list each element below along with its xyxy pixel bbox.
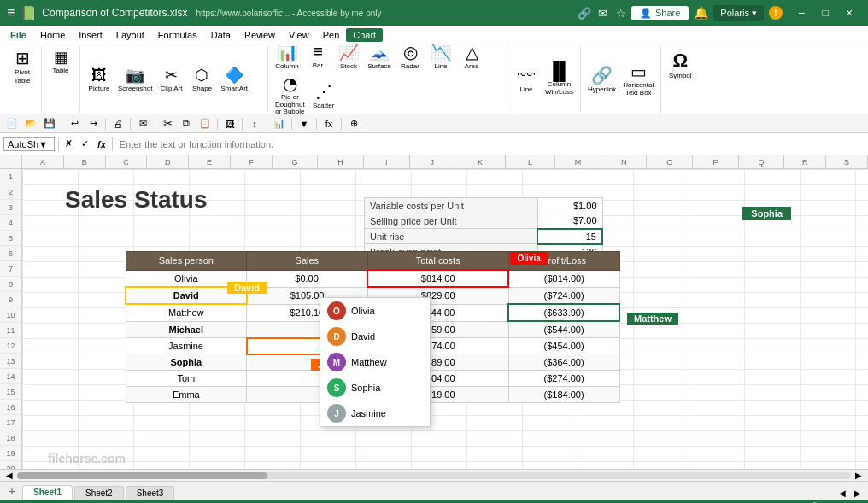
horizontal-scrollbar[interactable]: ◀ ▶ xyxy=(0,469,868,481)
smartart-button[interactable]: 🔷 SmartArt xyxy=(217,64,251,94)
row-4[interactable]: 4 xyxy=(0,215,21,231)
col-header-n[interactable]: N xyxy=(601,155,648,168)
col-header-sales-person[interactable]: Sales person xyxy=(126,252,247,271)
cell-profit-5[interactable]: ($454.00) xyxy=(508,338,619,354)
row-19[interactable]: 19 xyxy=(0,446,21,461)
toolbar-print-button[interactable]: 🖨 xyxy=(109,116,126,132)
menu-pen[interactable]: Pen xyxy=(316,28,347,42)
bar-chart-button[interactable]: ≡ Bar xyxy=(302,44,333,71)
menu-insert[interactable]: Insert xyxy=(72,28,109,42)
toolbar-cut-button[interactable]: ✂ xyxy=(159,116,176,132)
row-9[interactable]: 9 xyxy=(0,292,21,307)
cancel-button[interactable]: ✗ xyxy=(62,137,75,150)
toolbar-email-button[interactable]: ✉ xyxy=(134,116,151,132)
row-14[interactable]: 14 xyxy=(0,369,21,384)
toolbar-redo-button[interactable]: ↪ xyxy=(85,116,102,132)
toolbar-sort-button[interactable]: ↕ xyxy=(246,116,263,132)
tab-sheet2[interactable]: Sheet2 xyxy=(74,486,124,500)
cell-reference-box[interactable]: AutoSh▼ xyxy=(3,137,55,151)
row-20[interactable]: 20 xyxy=(0,461,21,469)
surface-chart-button[interactable]: 🗻 Surface xyxy=(364,44,395,72)
sparkline-column-button[interactable]: ▐▌ ColumnWin/Loss xyxy=(542,60,577,98)
col-header-g[interactable]: G xyxy=(273,155,319,168)
clipart-button[interactable]: ✂ Clip Art xyxy=(155,64,186,94)
close-button[interactable]: × xyxy=(837,3,861,23)
row-5[interactable]: 5 xyxy=(0,231,21,246)
col-header-q[interactable]: Q xyxy=(739,155,785,168)
cell-name-7[interactable]: Tom xyxy=(126,371,247,387)
col-header-i[interactable]: I xyxy=(364,155,410,168)
toolbar-save-button[interactable]: 💾 xyxy=(41,116,58,132)
fx-button[interactable]: fx xyxy=(95,138,108,150)
row-17[interactable]: 17 xyxy=(0,415,21,430)
col-header-b[interactable]: B xyxy=(64,155,106,168)
col-header-total-costs[interactable]: Total costs Olivia xyxy=(367,252,508,271)
tab-scroll-left[interactable]: ◀ xyxy=(836,487,849,500)
cell-name-8[interactable]: Emma xyxy=(126,387,247,403)
info-value-3[interactable]: 15 xyxy=(537,229,602,244)
toolbar-chart-button[interactable]: 📊 xyxy=(271,116,288,132)
row-18[interactable]: 18 xyxy=(0,430,21,446)
dropdown-item-sophia[interactable]: S Sophia xyxy=(320,375,430,401)
star-icon[interactable]: ☆ xyxy=(616,7,626,20)
row-12[interactable]: 12 xyxy=(0,338,21,354)
cell-profit-8[interactable]: ($184.00) xyxy=(508,387,619,403)
toolbar-copy-button[interactable]: ⧉ xyxy=(178,116,195,132)
pie-chart-button[interactable]: ◔ Pie orDoughnutor Bubble xyxy=(272,72,308,114)
row-10[interactable]: 10 xyxy=(0,307,21,323)
tab-scroll-right[interactable]: ▶ xyxy=(851,487,865,500)
tab-sheet1[interactable]: Sheet1 xyxy=(22,485,73,500)
cell-costs-1[interactable]: $814.00 xyxy=(367,270,508,287)
toolbar-filter-button[interactable]: ▼ xyxy=(296,116,313,132)
col-header-l[interactable]: L xyxy=(506,155,556,168)
col-header-m[interactable]: M xyxy=(555,155,601,168)
cell-profit-4[interactable]: ($544.00) xyxy=(508,321,619,338)
row-15[interactable]: 15 xyxy=(0,384,21,400)
info-value-2[interactable]: $7.00 xyxy=(537,213,602,229)
row-11[interactable]: 11 xyxy=(0,323,21,338)
menu-view[interactable]: View xyxy=(282,28,316,42)
col-header-j[interactable]: J xyxy=(410,155,456,168)
row-7[interactable]: 7 xyxy=(0,261,21,277)
col-header-s[interactable]: S xyxy=(826,155,868,168)
cell-name-5[interactable]: Jasmine xyxy=(126,338,247,354)
mail-icon[interactable]: ✉ xyxy=(598,7,607,20)
row-1[interactable]: 1 xyxy=(0,169,21,184)
hyperlink-button[interactable]: 🔗 Hyperlink xyxy=(584,63,619,95)
toolbar-formula-button[interactable]: fx xyxy=(320,116,337,132)
cell-name-4[interactable]: Michael xyxy=(126,321,247,338)
dropdown-item-matthew[interactable]: M Matthew xyxy=(320,349,430,375)
scrollbar-track[interactable] xyxy=(17,472,851,479)
scroll-right-button[interactable]: ▶ xyxy=(853,471,865,480)
row-8[interactable]: 8 xyxy=(0,277,21,292)
shape-button[interactable]: ⬡ Shape xyxy=(186,64,217,94)
symbol-button[interactable]: Ω Symbol xyxy=(665,48,695,81)
dropdown-item-david[interactable]: D David xyxy=(320,324,430,349)
menu-review[interactable]: Review xyxy=(238,28,282,42)
confirm-button[interactable]: ✓ xyxy=(79,137,91,150)
toolbar-undo-button[interactable]: ↩ xyxy=(66,116,83,132)
dropdown-item-olivia[interactable]: O Olivia xyxy=(320,298,430,324)
user-button[interactable]: Polaris ▾ xyxy=(713,5,764,21)
scrollbar-thumb[interactable] xyxy=(17,472,267,479)
row-2[interactable]: 2 xyxy=(0,184,21,200)
tab-sheet3[interactable]: Sheet3 xyxy=(126,486,175,500)
bell-icon[interactable]: 🔔 xyxy=(694,6,708,20)
share-button[interactable]: 👤 Share xyxy=(631,6,689,20)
toolbar-more-button[interactable]: ⊕ xyxy=(345,116,362,132)
menu-data[interactable]: Data xyxy=(204,28,238,42)
hamburger-icon[interactable]: ≡ xyxy=(7,5,15,20)
radar-chart-button[interactable]: ◎ Radar xyxy=(395,44,425,72)
menu-layout[interactable]: Layout xyxy=(109,28,151,42)
menu-home[interactable]: Home xyxy=(33,28,72,42)
scatter-chart-button[interactable]: ⋰ Scatter xyxy=(308,79,339,111)
dropdown-item-jasmine[interactable]: J Jasmine xyxy=(320,401,430,426)
col-header-sales[interactable]: Sales xyxy=(247,252,368,271)
row-13[interactable]: 13 xyxy=(0,354,21,369)
row-3[interactable]: 3 xyxy=(0,200,21,215)
cell-name-6[interactable]: Sophia xyxy=(126,354,247,371)
row-6[interactable]: 6 xyxy=(0,246,21,261)
cell-profit-3[interactable]: ($633.90) xyxy=(508,304,619,321)
col-header-f[interactable]: F xyxy=(231,155,273,168)
line-chart-button[interactable]: 📉 Line xyxy=(425,44,456,72)
